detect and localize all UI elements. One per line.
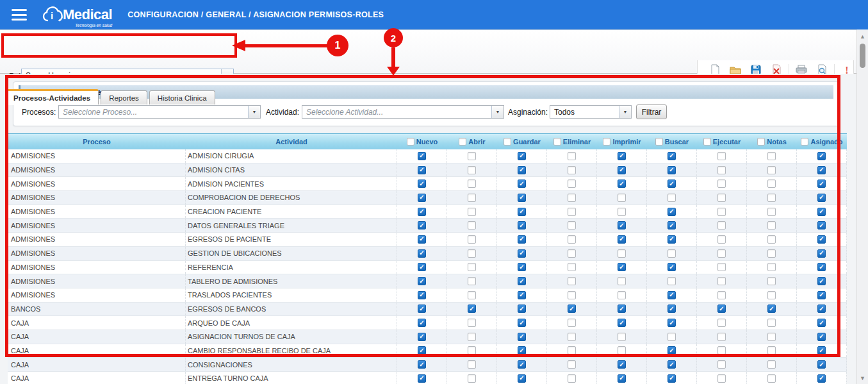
nuevo-checkbox[interactable] [418,305,426,313]
asignado-checkbox[interactable] [817,208,826,216]
asignacion-select[interactable]: Todos ▼ [550,105,632,119]
nuevo-checkbox[interactable] [418,333,426,341]
notas-checkbox[interactable] [767,360,776,369]
vertical-scrollbar[interactable]: ▲ ▼ [856,29,868,384]
guardar-checkbox[interactable] [518,166,526,174]
asignado-checkbox[interactable] [817,319,826,327]
abrir-checkbox[interactable] [468,319,476,327]
eliminar-checkbox[interactable] [568,319,576,327]
nuevo-checkbox[interactable] [418,152,426,160]
notas-checkbox[interactable] [767,333,776,341]
nuevo-checkbox[interactable] [418,263,426,271]
select-all-guardar-checkbox[interactable] [504,138,511,146]
select-all-buscar-checkbox[interactable] [655,138,663,146]
notas-checkbox[interactable] [767,179,776,188]
eliminar-checkbox[interactable] [568,263,576,271]
abrir-checkbox[interactable] [468,235,476,244]
buscar-checkbox[interactable] [667,179,676,188]
select-all-ejecutar-checkbox[interactable] [703,138,711,146]
notas-checkbox[interactable] [767,346,776,355]
notas-checkbox[interactable] [767,263,776,271]
buscar-checkbox[interactable] [667,374,676,383]
imprimir-checkbox[interactable] [618,333,626,341]
imprimir-checkbox[interactable] [618,360,626,369]
asignado-checkbox[interactable] [817,249,826,258]
ejecutar-checkbox[interactable] [717,166,726,174]
nuevo-checkbox[interactable] [418,291,426,299]
ejecutar-checkbox[interactable] [717,235,726,244]
buscar-checkbox[interactable] [667,263,676,271]
asignado-checkbox[interactable] [817,263,826,271]
buscar-checkbox[interactable] [667,319,676,327]
eliminar-checkbox[interactable] [568,277,576,285]
guardar-checkbox[interactable] [518,333,526,341]
chevron-down-icon[interactable]: ▼ [248,106,260,118]
abrir-checkbox[interactable] [468,249,476,258]
abrir-checkbox[interactable] [468,263,476,271]
guardar-checkbox[interactable] [518,291,526,299]
guardar-checkbox[interactable] [518,263,526,271]
buscar-checkbox[interactable] [667,277,676,285]
abrir-checkbox[interactable] [468,333,476,341]
imprimir-checkbox[interactable] [618,249,626,258]
ejecutar-checkbox[interactable] [717,360,726,369]
nuevo-checkbox[interactable] [418,208,426,216]
chevron-down-icon[interactable]: ▼ [619,106,631,118]
notas-checkbox[interactable] [767,221,776,230]
notas-checkbox[interactable] [767,374,776,383]
notas-checkbox[interactable] [767,166,776,174]
guardar-checkbox[interactable] [518,208,526,216]
select-all-notas-checkbox[interactable] [757,138,765,146]
nuevo-checkbox[interactable] [418,360,426,369]
abrir-checkbox[interactable] [468,179,476,188]
nuevo-checkbox[interactable] [418,179,426,188]
nuevo-checkbox[interactable] [418,277,426,285]
asignado-checkbox[interactable] [817,305,826,313]
guardar-checkbox[interactable] [518,152,526,160]
select-all-imprimir-checkbox[interactable] [603,138,610,146]
notas-checkbox[interactable] [767,291,776,299]
notas-checkbox[interactable] [767,208,776,216]
column-header-actividad[interactable]: Actividad [186,138,397,146]
imprimir-checkbox[interactable] [618,305,626,313]
notas-checkbox[interactable] [767,319,776,327]
notas-checkbox[interactable] [767,235,776,244]
imprimir-checkbox[interactable] [618,291,626,299]
eliminar-checkbox[interactable] [568,235,576,244]
imprimir-checkbox[interactable] [618,166,626,174]
guardar-checkbox[interactable] [518,346,526,355]
asignado-checkbox[interactable] [817,333,826,341]
guardar-checkbox[interactable] [518,221,526,230]
abrir-checkbox[interactable] [468,291,476,299]
chevron-down-icon[interactable]: ▼ [491,106,504,118]
imprimir-checkbox[interactable] [618,194,626,202]
eliminar-checkbox[interactable] [568,152,576,160]
asignado-checkbox[interactable] [817,179,826,188]
ejecutar-checkbox[interactable] [717,291,726,299]
ejecutar-checkbox[interactable] [717,319,726,327]
asignado-checkbox[interactable] [817,277,826,285]
eliminar-checkbox[interactable] [568,305,576,313]
scroll-up-icon[interactable]: ▲ [857,33,868,40]
buscar-checkbox[interactable] [667,194,676,202]
scroll-down-icon[interactable]: ▼ [857,375,868,381]
nuevo-checkbox[interactable] [418,319,426,327]
imprimir-checkbox[interactable] [618,263,626,271]
ejecutar-checkbox[interactable] [717,305,726,313]
nuevo-checkbox[interactable] [418,374,426,383]
eliminar-checkbox[interactable] [568,333,576,341]
notas-checkbox[interactable] [767,277,776,285]
ejecutar-checkbox[interactable] [717,333,726,341]
ejecutar-checkbox[interactable] [717,152,726,160]
ejecutar-checkbox[interactable] [717,249,726,258]
buscar-checkbox[interactable] [667,346,676,355]
abrir-checkbox[interactable] [468,221,476,230]
ejecutar-checkbox[interactable] [717,221,726,230]
asignado-checkbox[interactable] [817,374,826,383]
imprimir-checkbox[interactable] [618,221,626,230]
buscar-checkbox[interactable] [667,166,676,174]
asignado-checkbox[interactable] [817,360,826,369]
scrollbar-thumb[interactable] [860,44,865,68]
eliminar-checkbox[interactable] [568,249,576,258]
asignado-checkbox[interactable] [817,221,826,230]
